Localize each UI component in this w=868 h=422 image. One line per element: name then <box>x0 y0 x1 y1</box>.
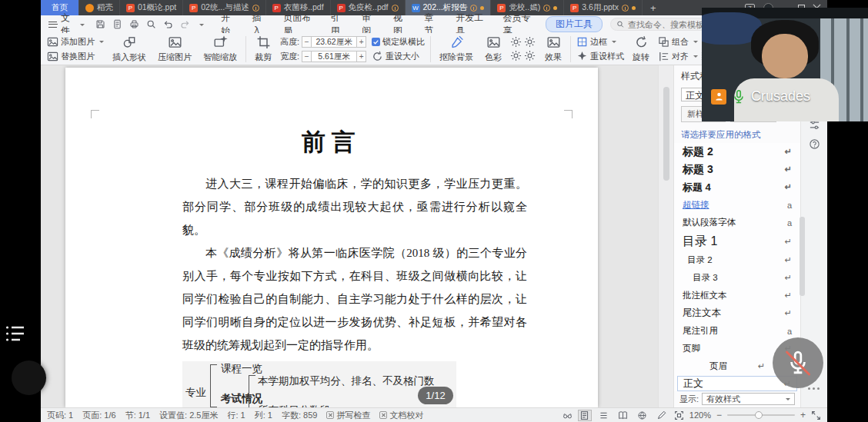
align-button[interactable]: 对齐 <box>658 51 698 62</box>
ppt-file-icon: P <box>126 4 135 12</box>
agenda-list-icon[interactable] <box>5 324 26 344</box>
add-picture-button[interactable]: 添加图片 <box>47 36 104 48</box>
height-plus-button[interactable]: + <box>356 36 366 48</box>
redo-icon[interactable] <box>180 19 190 29</box>
style-item-heading2[interactable]: 标题 2↵ <box>674 143 800 161</box>
style-item-heading3[interactable]: 标题 3↵ <box>674 161 800 178</box>
status-bar: 页码: 1 页面: 1/6 节: 1/1 设置值: 2.5厘米 行: 1 列: … <box>41 407 827 422</box>
status-word-count[interactable]: 字数: 859 <box>282 410 317 421</box>
page-view-button[interactable] <box>578 410 592 421</box>
reset-style-button[interactable]: 重设样式 <box>576 51 624 62</box>
contrast-up-icon[interactable] <box>510 50 522 61</box>
diagram-bracket <box>210 364 217 407</box>
panel-scrollbar-thumb[interactable] <box>800 217 805 296</box>
document-canvas[interactable]: 前言 进入大三，课程开始偏临床，学的知识更多，学业压力更重。部分同学、部分班级的… <box>41 65 658 407</box>
floating-tool-button[interactable] <box>12 361 46 395</box>
insert-shape-button[interactable]: 插入形状 <box>109 35 149 63</box>
info-badge-icon <box>543 5 550 12</box>
mute-microphone-button[interactable] <box>773 337 823 388</box>
rotate-button[interactable]: 旋转 <box>629 35 653 63</box>
height-stepper[interactable]: −23.62厘米+ <box>302 36 366 48</box>
width-stepper[interactable]: −5.61厘米+ <box>302 51 366 62</box>
fullscreen-icon[interactable] <box>811 410 821 420</box>
style-item-toc2[interactable]: 目录 2↵ <box>674 251 800 269</box>
structure-diagram-image[interactable]: 专业 课程一览 考试情况 本学期加权平均分、排名、不及格门数 所有科目分数段 核… <box>182 361 456 407</box>
print-icon[interactable] <box>129 19 139 29</box>
height-value[interactable]: 23.62厘米 <box>312 36 356 48</box>
compress-icon <box>168 35 182 49</box>
show-label: 显示: <box>679 394 699 405</box>
output-icon[interactable] <box>112 19 122 29</box>
style-item-default-font[interactable]: 默认段落字体a <box>674 214 800 231</box>
crop-button[interactable]: 裁剪 <box>252 35 275 63</box>
style-item-heading4[interactable]: 标题 4↵ <box>674 178 800 196</box>
zoom-slider[interactable] <box>727 414 795 416</box>
tab-docer[interactable]: 稻壳 <box>79 0 120 15</box>
print-preview-icon[interactable] <box>146 19 156 29</box>
document-page[interactable]: 前言 进入大三，课程开始偏临床，学的知识更多，学业压力更重。部分同学、部分班级的… <box>65 68 598 407</box>
zoom-out-button[interactable]: − <box>716 410 722 420</box>
new-tab-button[interactable]: + <box>643 0 664 15</box>
brightness-up-icon[interactable] <box>510 36 522 48</box>
web-view-button[interactable] <box>636 410 649 421</box>
document-scrollbar[interactable] <box>658 65 673 407</box>
brightness-down-icon[interactable] <box>524 36 536 48</box>
fit-page-icon[interactable] <box>674 410 684 420</box>
divider <box>430 36 431 62</box>
zoom-in-button[interactable]: + <box>800 410 806 420</box>
status-page-number: 页码: 1 <box>47 410 73 421</box>
document-body: 进入大三，课程开始偏临床，学的知识更多，学业压力更重。部分同学、部分班级的成绩出… <box>182 172 527 357</box>
tab-doc-6[interactable]: P3.6用.pptx <box>564 0 643 15</box>
width-plus-button[interactable]: + <box>356 51 366 62</box>
tab-doc-1[interactable]: P01概论.ppt <box>120 0 183 15</box>
doc-proof-toggle[interactable]: 文档校对 <box>379 410 423 421</box>
paragraph-mark: ↵ <box>785 147 792 157</box>
participant-label: Crusades <box>711 88 810 105</box>
more-chevron-icon[interactable] <box>199 24 204 28</box>
divider <box>245 36 246 62</box>
style-item-toc1[interactable]: 目录 1↵ <box>674 231 800 251</box>
webcam-video[interactable]: Crusades <box>702 8 868 121</box>
style-item-endnote-text[interactable]: 尾注文本↵ <box>674 304 800 322</box>
picture-tools-tab[interactable]: 图片工具 <box>546 16 603 32</box>
zoom-level[interactable]: 120% <box>689 410 711 420</box>
status-line: 行: 1 <box>227 410 245 421</box>
mic-active-icon <box>731 89 746 105</box>
outline-view-button[interactable] <box>597 410 611 421</box>
pen-icon <box>656 410 666 420</box>
color-button[interactable]: 色彩 <box>482 35 505 63</box>
remove-background-button[interactable]: 抠除背景 <box>436 35 476 63</box>
smart-zoom-button[interactable]: 智能缩放 <box>200 35 240 63</box>
width-value[interactable]: 5.61厘米 <box>312 51 356 62</box>
scrollbar-thumb[interactable] <box>663 87 669 181</box>
height-minus-button[interactable]: − <box>302 36 312 48</box>
screen: 首页 稻壳 P01概论.ppt P02统...与描述 P衣菌移..pdf P免疫… <box>0 0 868 422</box>
help-icon[interactable] <box>809 138 820 150</box>
more-options-icon[interactable] <box>808 387 820 390</box>
spell-check-toggle[interactable]: 拼写检查 <box>326 410 370 421</box>
width-minus-button[interactable]: − <box>302 51 312 62</box>
reset-style-icon <box>576 51 588 62</box>
background-brush-icon <box>449 35 464 49</box>
style-item-comment-text[interactable]: 批注框文本↵ <box>674 287 800 304</box>
reset-size-button[interactable]: 重设大小 <box>372 51 425 62</box>
document-heading: 前言 <box>65 126 598 158</box>
ink-view-button[interactable] <box>655 410 669 421</box>
book-view-button[interactable] <box>616 410 630 421</box>
border-button[interactable]: 边框 <box>576 36 624 48</box>
style-item-toc3[interactable]: 目录 3↵ <box>674 269 800 287</box>
globe-icon <box>637 410 647 420</box>
zoom-slider-knob[interactable] <box>755 411 763 419</box>
style-item-endnote-ref[interactable]: 尾注引用a <box>674 322 800 340</box>
eye-protection-icon[interactable] <box>563 410 573 420</box>
effects-button[interactable]: 效果 <box>542 35 565 63</box>
show-styles-dropdown[interactable]: 有效样式 <box>702 393 795 405</box>
lock-aspect-checkbox[interactable]: 锁定纵横比 <box>372 36 425 48</box>
style-item-hyperlink[interactable]: 超链接a <box>674 196 800 214</box>
undo-icon[interactable] <box>163 19 173 29</box>
status-page-count: 页面: 1/6 <box>82 410 115 421</box>
contrast-down-icon[interactable] <box>524 50 536 61</box>
compress-picture-button[interactable]: 压缩图片 <box>155 35 195 63</box>
save-icon[interactable] <box>95 19 105 29</box>
replace-picture-button[interactable]: 替换图片 <box>47 51 104 62</box>
